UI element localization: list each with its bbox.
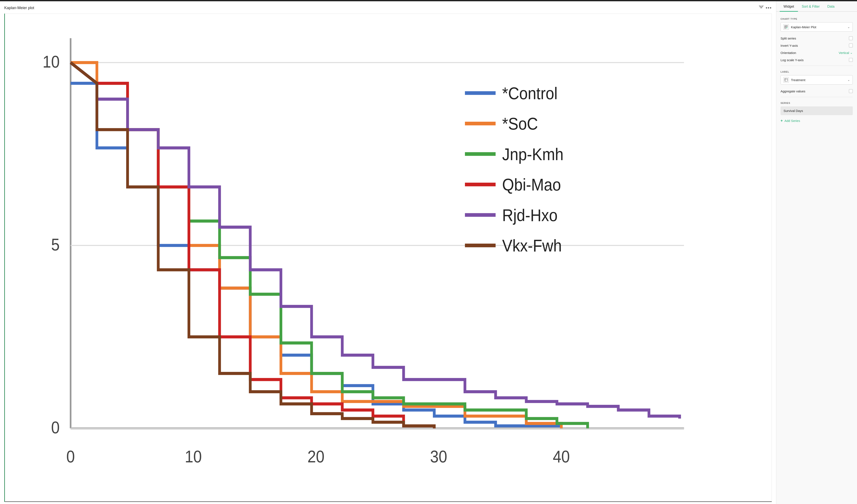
label-chevron: ⌄ [847, 78, 850, 82]
split-series-row: Split series [780, 35, 853, 42]
svg-text:Vkx-Fwh: Vkx-Fwh [502, 236, 562, 255]
split-series-label: Split series [780, 36, 796, 40]
chart-inner: 0 5 10 0 10 20 30 40 [5, 14, 772, 502]
filter-icon[interactable] [759, 5, 763, 11]
label-section-label: LABEL [780, 70, 853, 73]
invert-y-checkbox[interactable] [849, 44, 853, 47]
chart-type-icon [783, 24, 789, 30]
svg-text:0: 0 [66, 447, 75, 466]
svg-text:*SoC: *SoC [502, 114, 538, 133]
log-scale-row: Log scale Y-axis [780, 56, 853, 64]
aggregate-label: Aggregate values [780, 89, 805, 93]
add-series-plus-icon: + [780, 118, 783, 123]
svg-text:30: 30 [430, 447, 447, 466]
log-scale-label: Log scale Y-axis [780, 58, 804, 62]
orientation-value-text: Vertical [839, 51, 849, 55]
svg-text:40: 40 [553, 447, 570, 466]
svg-text:*Control: *Control [502, 84, 557, 103]
log-scale-checkbox[interactable] [849, 58, 853, 62]
aggregate-row: Aggregate values [780, 87, 853, 95]
chart-title: Kaplan-Meier plot [4, 6, 34, 10]
label-dropdown[interactable]: Treatment ⌄ [780, 75, 853, 85]
add-series-label: Add Series [785, 119, 800, 122]
svg-text:0: 0 [51, 418, 60, 437]
chart-type-section-label: CHART TYPE [780, 18, 853, 20]
label-value: Treatment [791, 78, 847, 82]
add-series-button[interactable]: + Add Series [780, 117, 853, 125]
tab-sort-filter[interactable]: Sort & Filter [798, 1, 823, 12]
svg-text:Jnp-Kmh: Jnp-Kmh [502, 145, 564, 164]
main-container: Kaplan-Meier plot ••• [0, 1, 857, 504]
svg-text:10: 10 [185, 447, 202, 466]
tabs-bar: Widget Sort & Filter Data [776, 1, 857, 12]
invert-y-label: Invert Y-axis [780, 44, 798, 47]
svg-text:20: 20 [307, 447, 324, 466]
orientation-label: Orientation [780, 51, 796, 55]
panel-content: CHART TYPE Kaplan-Meier Plot ⌄ Split ser… [776, 12, 857, 128]
divider-1 [780, 66, 853, 66]
left-panel: Kaplan-Meier plot ••• [0, 1, 776, 504]
more-options-icon[interactable]: ••• [766, 5, 772, 11]
chart-type-dropdown[interactable]: Kaplan-Meier Plot ⌄ [780, 22, 853, 32]
orientation-row: Orientation Vertical ⌄ [780, 49, 853, 56]
svg-text:5: 5 [51, 235, 60, 254]
kaplan-meier-svg: 0 5 10 0 10 20 30 40 [5, 14, 772, 502]
right-panel: Widget Sort & Filter Data CHART TYPE Kap… [776, 1, 857, 504]
split-series-checkbox[interactable] [849, 36, 853, 40]
series-section-label: SERIES [780, 102, 853, 104]
chart-area: 0 5 10 0 10 20 30 40 [4, 14, 772, 502]
svg-text:Rjd-Hxo: Rjd-Hxo [502, 206, 557, 224]
svg-rect-32 [785, 27, 786, 29]
chart-type-chevron: ⌄ [847, 25, 850, 29]
orientation-dropdown[interactable]: Vertical ⌄ [839, 51, 853, 55]
svg-rect-31 [786, 26, 788, 27]
label-icon [783, 77, 789, 83]
series-item-survival-days[interactable]: Survival Days [780, 106, 853, 115]
svg-rect-30 [785, 26, 786, 27]
chart-title-bar: Kaplan-Meier plot ••• [4, 5, 772, 11]
chart-type-value: Kaplan-Meier Plot [791, 25, 847, 29]
svg-text:Qbi-Mao: Qbi-Mao [502, 175, 561, 194]
invert-y-row: Invert Y-axis [780, 42, 853, 49]
chart-title-icons: ••• [759, 5, 772, 11]
tab-widget[interactable]: Widget [780, 1, 798, 12]
aggregate-checkbox[interactable] [849, 89, 853, 93]
svg-text:10: 10 [43, 52, 60, 71]
tab-data[interactable]: Data [823, 1, 838, 12]
svg-rect-33 [785, 78, 788, 81]
orientation-chevron: ⌄ [850, 51, 853, 55]
